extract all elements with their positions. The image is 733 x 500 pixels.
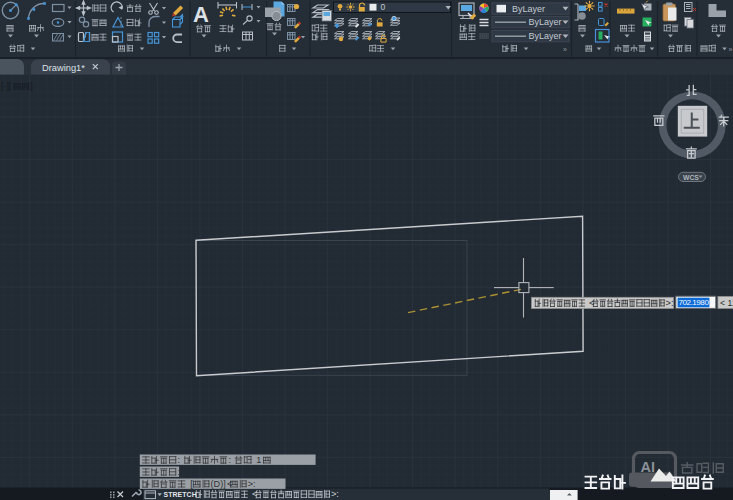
svg-text:Drawing1*: Drawing1*: [42, 63, 85, 73]
svg-text:< 12: < 12: [720, 298, 733, 308]
svg-text:>:: >:: [666, 298, 674, 308]
svg-text:»: »: [563, 46, 567, 53]
svg-text:A: A: [193, 2, 209, 27]
svg-text:<: <: [227, 479, 232, 489]
svg-text:1: 1: [256, 455, 261, 465]
svg-text:ByLayer: ByLayer: [512, 4, 545, 14]
svg-text:WCS: WCS: [683, 174, 699, 181]
svg-text:>:: >:: [248, 479, 256, 489]
svg-text:ByLayer: ByLayer: [529, 17, 562, 27]
svg-text:0: 0: [381, 2, 386, 12]
svg-text:]: ]: [30, 81, 32, 91]
svg-text:<: <: [252, 489, 257, 499]
svg-text:>:: >:: [331, 489, 339, 499]
svg-text:(D)]: (D)]: [211, 479, 226, 489]
svg-text:<: <: [589, 298, 594, 308]
svg-text:STRETCH: STRETCH: [164, 491, 197, 498]
svg-text::: :: [178, 467, 181, 477]
svg-text:702.1980: 702.1980: [678, 298, 709, 307]
svg-text:ByLayer: ByLayer: [529, 31, 562, 41]
svg-text::: :: [178, 455, 181, 465]
svg-text:[-][: [-][: [1, 81, 12, 91]
svg-text:»: »: [729, 46, 733, 53]
svg-text::: :: [228, 455, 231, 465]
